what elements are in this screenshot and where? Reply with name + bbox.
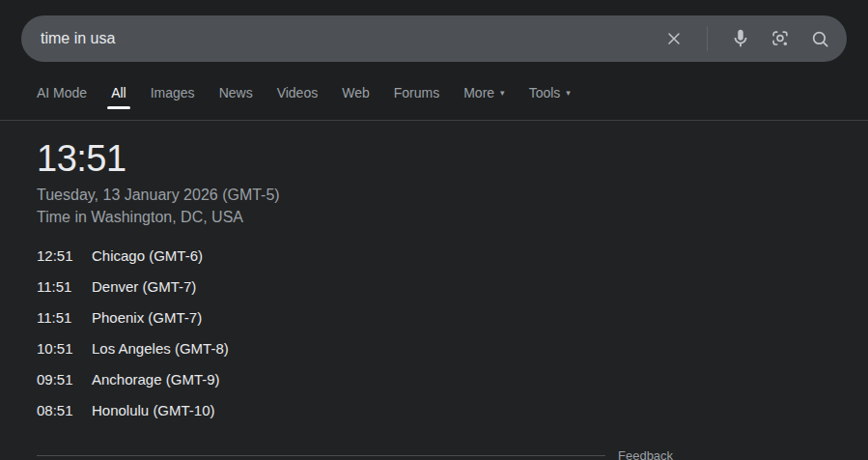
city-time: 11:51 <box>37 309 92 326</box>
city-time-row: 11:51 Denver (GMT-7) <box>37 271 868 302</box>
city-name: Chicago (GMT-6) <box>92 247 203 264</box>
location-line: Time in Washington, DC, USA <box>37 206 868 228</box>
tab-forums[interactable]: Forums <box>394 73 439 112</box>
tab-images[interactable]: Images <box>151 73 195 112</box>
feedback-link[interactable]: Feedback <box>618 448 673 460</box>
city-time: 11:51 <box>37 278 92 295</box>
tab-news[interactable]: News <box>219 73 253 112</box>
voice-search-button[interactable] <box>729 27 752 50</box>
search-icon <box>810 29 830 49</box>
tab-more[interactable]: More ▾ <box>463 73 504 112</box>
current-date-line: Tuesday, 13 January 2026 (GMT-5) <box>37 184 868 206</box>
search-bar <box>21 15 847 62</box>
city-time-row: 10:51 Los Angeles (GMT-8) <box>37 332 868 363</box>
tab-tools-label: Tools <box>529 85 561 101</box>
chevron-down-icon: ▾ <box>566 89 571 98</box>
tab-ai-mode[interactable]: AI Mode <box>37 73 87 112</box>
city-name: Phoenix (GMT-7) <box>92 309 202 326</box>
city-name: Denver (GMT-7) <box>92 278 196 295</box>
city-time-row: 09:51 Anchorage (GMT-9) <box>37 363 868 394</box>
lens-search-button[interactable] <box>769 27 792 50</box>
city-time: 09:51 <box>37 371 92 388</box>
city-time: 12:51 <box>37 247 92 264</box>
city-time-list: 12:51 Chicago (GMT-6) 11:51 Denver (GMT-… <box>37 240 868 425</box>
city-time-row: 12:51 Chicago (GMT-6) <box>37 240 868 271</box>
tab-more-label: More <box>463 85 494 101</box>
chevron-down-icon: ▾ <box>500 89 505 98</box>
clear-search-button[interactable] <box>662 27 686 50</box>
mic-icon <box>730 28 751 49</box>
widget-footer: Feedback <box>37 448 868 460</box>
city-name: Honolulu (GMT-10) <box>92 402 215 418</box>
search-submit-button[interactable] <box>808 27 831 50</box>
tab-all[interactable]: All <box>111 73 126 112</box>
tab-videos[interactable]: Videos <box>277 73 319 112</box>
search-input[interactable] <box>21 30 662 47</box>
city-time: 10:51 <box>37 340 92 357</box>
search-header: AI Mode All Images News Videos Web Forum… <box>0 0 868 121</box>
city-time-row: 11:51 Phoenix (GMT-7) <box>37 302 868 332</box>
city-name: Los Angeles (GMT-8) <box>92 340 229 357</box>
city-time-row: 08:51 Honolulu (GMT-10) <box>37 394 868 425</box>
time-result-widget: 13:51 Tuesday, 13 January 2026 (GMT-5) T… <box>0 121 868 460</box>
close-icon <box>664 29 684 48</box>
current-time: 13:51 <box>37 140 868 177</box>
tab-tools[interactable]: Tools ▾ <box>529 73 571 112</box>
footer-divider <box>37 455 605 456</box>
city-name: Anchorage (GMT-9) <box>92 371 220 388</box>
city-time: 08:51 <box>37 402 92 418</box>
search-bar-divider <box>707 26 708 51</box>
lens-icon <box>770 28 791 49</box>
results-tab-bar: AI Mode All Images News Videos Web Forum… <box>37 73 847 112</box>
tab-web[interactable]: Web <box>342 73 370 112</box>
